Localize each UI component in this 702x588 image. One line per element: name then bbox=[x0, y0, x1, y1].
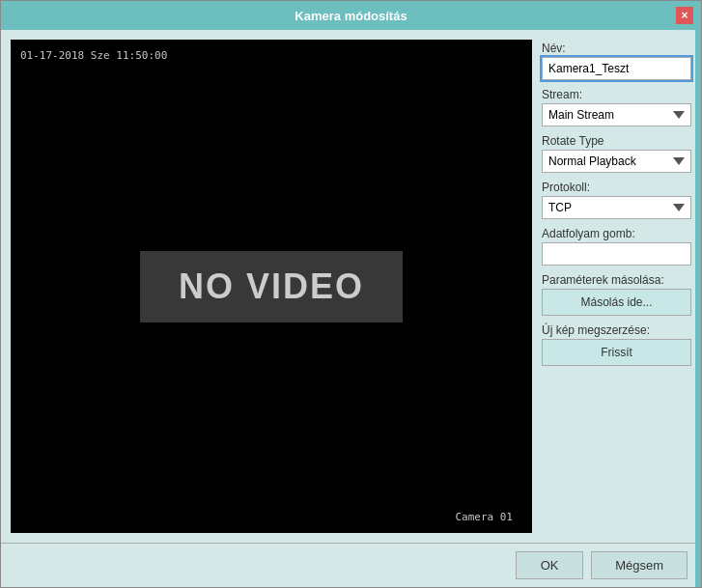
close-button[interactable]: × bbox=[676, 7, 693, 24]
ok-button[interactable]: OK bbox=[516, 551, 583, 579]
right-border bbox=[695, 1, 701, 587]
datastream-input[interactable] bbox=[542, 242, 691, 266]
copy-label: Paraméterek másolása: bbox=[542, 273, 691, 287]
footer: OK Mégsem bbox=[1, 543, 701, 587]
name-section: Név: bbox=[542, 42, 691, 80]
refresh-section: Új kép megszerzése: Frissít bbox=[542, 323, 691, 366]
protocol-section: Protokoll: TCP UDP bbox=[542, 181, 691, 219]
stream-label: Stream: bbox=[542, 88, 691, 101]
content-area: 01-17-2018 Sze 11:50:00 NO VIDEO Camera … bbox=[1, 30, 701, 543]
video-timestamp: 01-17-2018 Sze 11:50:00 bbox=[20, 49, 167, 62]
stream-select[interactable]: Main Stream Sub Stream bbox=[542, 103, 691, 126]
dialog: Kamera módosítás × 01-17-2018 Sze 11:50:… bbox=[0, 0, 702, 588]
copy-button[interactable]: Másolás ide... bbox=[542, 289, 691, 316]
copy-section: Paraméterek másolása: Másolás ide... bbox=[542, 273, 691, 316]
no-video-label: NO VIDEO bbox=[140, 251, 403, 322]
datastream-section: Adatfolyam gomb: bbox=[542, 227, 691, 266]
rotate-select[interactable]: Normal Playback 90° 180° 270° bbox=[542, 150, 691, 173]
name-label: Név: bbox=[542, 42, 691, 55]
refresh-button[interactable]: Frissít bbox=[542, 339, 691, 366]
protocol-select[interactable]: TCP UDP bbox=[542, 196, 691, 219]
protocol-label: Protokoll: bbox=[542, 181, 691, 194]
datastream-label: Adatfolyam gomb: bbox=[542, 227, 691, 240]
camera-label: Camera 01 bbox=[455, 511, 513, 523]
dialog-title: Kamera módosítás bbox=[295, 9, 407, 23]
refresh-label: Új kép megszerzése: bbox=[542, 323, 691, 337]
name-input[interactable] bbox=[542, 57, 691, 80]
video-panel: 01-17-2018 Sze 11:50:00 NO VIDEO Camera … bbox=[11, 40, 532, 533]
form-panel: Név: Stream: Main Stream Sub Stream Rota… bbox=[542, 40, 691, 533]
rotate-label: Rotate Type bbox=[542, 134, 691, 148]
titlebar: Kamera módosítás × bbox=[1, 1, 701, 30]
cancel-button[interactable]: Mégsem bbox=[591, 551, 688, 579]
stream-section: Stream: Main Stream Sub Stream bbox=[542, 88, 691, 126]
rotate-section: Rotate Type Normal Playback 90° 180° 270… bbox=[542, 134, 691, 173]
